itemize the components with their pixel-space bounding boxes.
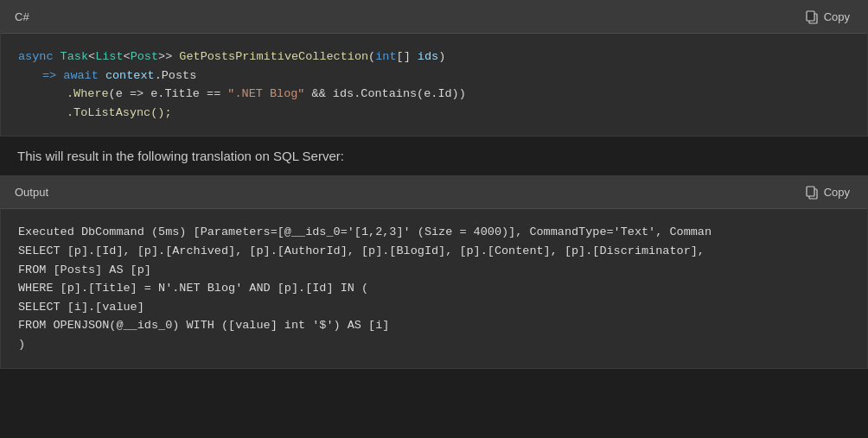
svg-rect-3 — [807, 187, 814, 196]
csharp-header: C# Copy — [1, 1, 867, 34]
separator-label: This will result in the following transl… — [17, 149, 344, 163]
output-line-4: WHERE [p].[Title] = N'.NET Blog' AND [p]… — [18, 279, 850, 298]
output-copy-label: Copy — [824, 186, 850, 199]
separator-text: This will result in the following transl… — [0, 136, 868, 175]
copy-icon — [805, 10, 819, 24]
svg-rect-1 — [807, 11, 814, 21]
output-header: Output Copy — [1, 176, 867, 209]
csharp-lang-label: C# — [15, 10, 29, 23]
output-line-5: SELECT [i].[value] — [18, 298, 850, 317]
output-line-1: Executed DbCommand (5ms) [Parameters=[@_… — [18, 223, 850, 242]
output-code-body: Executed DbCommand (5ms) [Parameters=[@_… — [1, 209, 867, 367]
csharp-copy-label: Copy — [824, 10, 850, 23]
csharp-copy-button[interactable]: Copy — [801, 9, 853, 26]
output-lang-label: Output — [15, 186, 48, 199]
code-line-2: => await context.Posts — [42, 67, 850, 86]
csharp-code-body: async Task<List<Post>> GetPostsPrimitive… — [1, 34, 867, 136]
copy-icon-output — [805, 186, 819, 200]
output-line-6: FROM OPENJSON(@__ids_0) WITH ([value] in… — [18, 316, 850, 335]
output-line-3: FROM [Posts] AS [p] — [18, 261, 850, 280]
code-line-1: async Task<List<Post>> GetPostsPrimitive… — [18, 48, 850, 67]
code-line-4: .ToListAsync(); — [67, 104, 850, 123]
csharp-code-block: C# Copy async Task<List<Post>> GetPostsP… — [0, 0, 868, 136]
output-line-2: SELECT [p].[Id], [p].[Archived], [p].[Au… — [18, 242, 850, 261]
output-line-7: ) — [18, 335, 850, 354]
output-code-block: Output Copy Executed DbCommand (5ms) [Pa… — [0, 175, 868, 368]
code-line-3: .Where(e => e.Title == ".NET Blog" && id… — [67, 85, 850, 104]
output-copy-button[interactable]: Copy — [801, 184, 853, 201]
